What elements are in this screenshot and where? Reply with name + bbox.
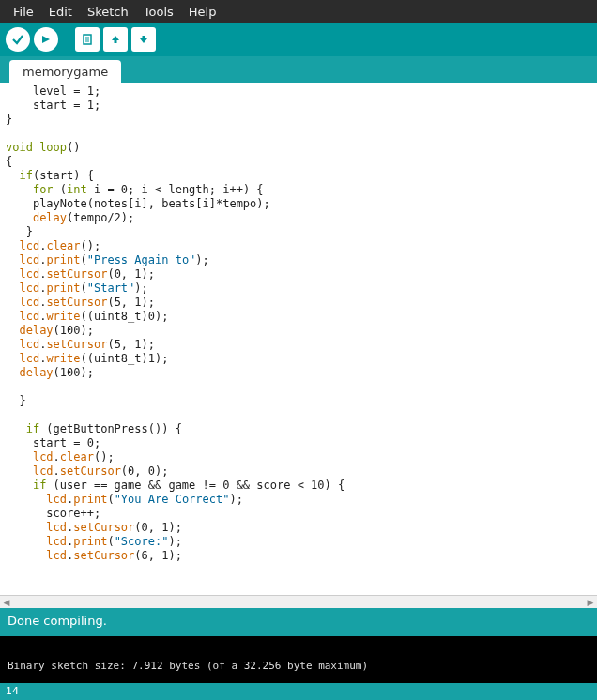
- line-number: 14: [6, 685, 19, 697]
- menu-help[interactable]: Help: [181, 5, 224, 19]
- save-button[interactable]: [131, 27, 156, 52]
- menu-sketch[interactable]: Sketch: [80, 5, 136, 19]
- menu-tools[interactable]: Tools: [136, 5, 181, 19]
- svg-rect-7: [143, 36, 145, 38]
- menu-file[interactable]: File: [6, 5, 41, 19]
- new-button[interactable]: [75, 27, 100, 52]
- open-button[interactable]: [103, 27, 128, 52]
- status-bar: Done compiling.: [0, 608, 597, 636]
- svg-marker-0: [42, 36, 50, 43]
- menubar: File Edit Sketch Tools Help: [0, 0, 597, 23]
- svg-rect-6: [115, 40, 117, 43]
- scroll-left-icon[interactable]: ◀: [0, 596, 13, 609]
- horizontal-scrollbar[interactable]: ◀ ▶: [0, 595, 597, 608]
- menu-edit[interactable]: Edit: [41, 5, 80, 19]
- tab-bar: memorygame: [0, 56, 597, 83]
- code-editor[interactable]: level = 1; start = 1; } void loop() { if…: [0, 83, 597, 595]
- console-output: Binary sketch size: 7.912 bytes (of a 32…: [0, 636, 597, 683]
- arrow-up-icon: [109, 33, 122, 46]
- svg-marker-8: [140, 38, 147, 43]
- arrow-down-icon: [137, 33, 150, 46]
- upload-button[interactable]: [34, 27, 58, 52]
- toolbar: [0, 23, 597, 56]
- verify-button[interactable]: [6, 27, 30, 52]
- svg-marker-5: [112, 36, 119, 40]
- console-text: Binary sketch size: 7.912 bytes (of a 32…: [8, 660, 368, 672]
- status-message: Done compiling.: [8, 614, 107, 628]
- file-icon: [81, 33, 94, 46]
- check-icon: [11, 33, 24, 46]
- arrow-right-icon: [39, 33, 53, 46]
- footer-bar: 14: [0, 683, 597, 700]
- tab-memorygame[interactable]: memorygame: [9, 60, 121, 83]
- scroll-right-icon[interactable]: ▶: [584, 596, 597, 609]
